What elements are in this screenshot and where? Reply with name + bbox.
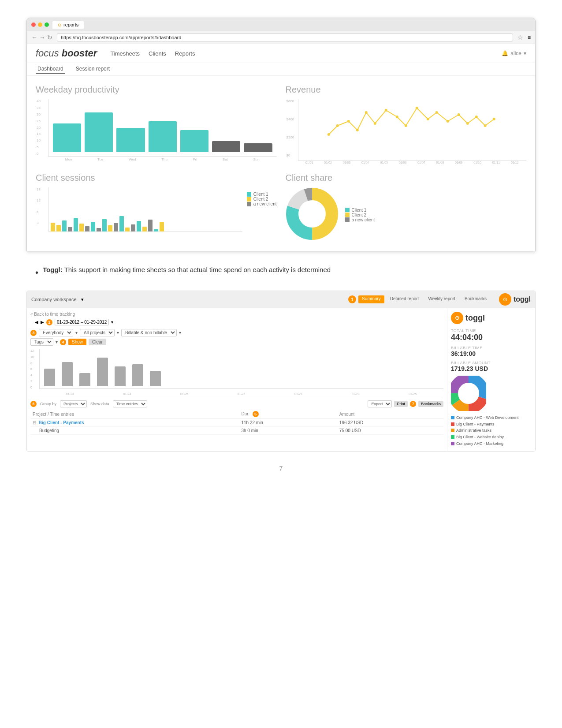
legend-color-client2 bbox=[247, 197, 251, 202]
close-button[interactable] bbox=[31, 22, 36, 27]
filter-tags[interactable]: Tags bbox=[30, 338, 53, 346]
legend-text-1: Company AHC - Web Development bbox=[456, 415, 518, 421]
legend-item-3: Administrative tasks bbox=[451, 428, 532, 433]
legend-item-5: Company AHC - Marketing bbox=[451, 441, 532, 447]
filter-billable[interactable]: Billable & non billable bbox=[121, 329, 177, 336]
refresh-button[interactable]: ↻ bbox=[47, 34, 52, 41]
show-button[interactable]: Show bbox=[68, 339, 86, 345]
toggl-tab-bookmarks[interactable]: Bookmarks bbox=[461, 295, 490, 303]
client-sessions-title: Client sessions bbox=[36, 173, 277, 183]
share-color-client2 bbox=[345, 213, 350, 217]
svg-point-10 bbox=[426, 118, 429, 120]
date-prev-btn[interactable]: ◀ bbox=[35, 320, 38, 325]
subnav-session-report[interactable]: Session report bbox=[74, 65, 112, 74]
col-project: Project / Time entries bbox=[30, 410, 239, 419]
toggl-workspace[interactable]: Company workspace bbox=[31, 297, 77, 302]
bookmark-icon[interactable]: ☆ bbox=[517, 34, 523, 41]
date-dropdown-icon[interactable]: ▾ bbox=[111, 320, 113, 325]
forward-button[interactable]: → bbox=[39, 34, 45, 41]
toggl-bar bbox=[62, 362, 73, 386]
legend-text-5: Company AHC - Marketing bbox=[456, 441, 503, 447]
nav-clients[interactable]: Clients bbox=[149, 50, 166, 57]
cs-bar bbox=[102, 219, 107, 231]
back-button[interactable]: ← bbox=[31, 34, 37, 41]
date-range-value[interactable]: 01-23-2012 – 01-29-2012 bbox=[55, 319, 109, 325]
revenue-x-labels: 01/0101/0201/0301/0401/0501/0601/0701/08… bbox=[298, 161, 527, 164]
bottom-controls-badge: 6 bbox=[30, 401, 37, 407]
toggl-brand-sidebar: ⊙ toggl bbox=[451, 312, 532, 324]
amount-cell: 196.32 USD bbox=[337, 419, 443, 427]
minimize-button[interactable] bbox=[38, 22, 42, 27]
x-axis-labels: Mon Tue Wed Thu Fri Sat Sun bbox=[48, 157, 277, 162]
toggl-tabs: 1 Summary Detailed report Weekly report … bbox=[348, 295, 490, 303]
toggl-tab-weekly[interactable]: Weekly report bbox=[424, 295, 459, 303]
export-select[interactable]: Export bbox=[368, 400, 392, 407]
toggl-bar bbox=[44, 369, 55, 386]
duration-cell: 11h 22 min bbox=[239, 419, 337, 427]
bar bbox=[53, 123, 81, 152]
revenue-chart: $600 $400 $200 $0 bbox=[286, 99, 527, 164]
toggl-tab-number[interactable]: 1 bbox=[348, 295, 356, 303]
cs-bar bbox=[148, 220, 153, 231]
expand-icon[interactable]: ⊟ bbox=[33, 420, 36, 425]
legend-sq-5 bbox=[451, 442, 454, 445]
legend-color-client1 bbox=[247, 192, 251, 197]
url-bar[interactable]: https://hq.focusboosterapp.com/app/repor… bbox=[57, 34, 513, 41]
toggl-tab-summary[interactable]: Summary bbox=[358, 295, 384, 303]
billable-amount-value: 1719.23 USD bbox=[451, 365, 532, 372]
bar-chart-area bbox=[48, 99, 277, 157]
bullet-dot: • bbox=[35, 265, 38, 280]
legend-sq-4 bbox=[451, 435, 454, 439]
app-logo: focus booster bbox=[36, 48, 97, 59]
toggl-bar-group bbox=[79, 373, 90, 386]
bar bbox=[212, 141, 240, 152]
bar-chart bbox=[48, 99, 277, 152]
cs-bar bbox=[85, 226, 89, 231]
client-share-content: Client 1 Client 2 a new client bbox=[286, 187, 527, 242]
cs-legend: Client 1 Client 2 a new client bbox=[247, 187, 277, 231]
toggl-brand-text: toggl bbox=[465, 314, 485, 323]
bar bbox=[244, 143, 272, 152]
filter-tags-separator: ▾ bbox=[56, 340, 58, 344]
browser-tab[interactable]: ⊙ reports bbox=[52, 21, 84, 29]
legend-label-client1: Client 1 bbox=[253, 192, 268, 197]
filter-everybody[interactable]: Everybody bbox=[39, 329, 73, 336]
filter-all-projects[interactable]: All projects bbox=[80, 329, 115, 336]
nav-timesheets[interactable]: Timesheets bbox=[110, 50, 140, 57]
toggl-bar-group bbox=[115, 366, 126, 386]
legend-label-new-client: a new client bbox=[253, 202, 277, 206]
group-by-select[interactable]: Projects bbox=[60, 400, 87, 407]
address-bar: ← → ↻ https://hq.focusboosterapp.com/app… bbox=[27, 31, 535, 44]
menu-icon[interactable]: ≡ bbox=[528, 34, 531, 41]
toggl-tab-detailed[interactable]: Detailed report bbox=[387, 295, 423, 303]
weekday-productivity-chart: 40 35 30 25 20 15 10 5 0 Mon bbox=[36, 99, 277, 162]
date-next-btn[interactable]: ▶ bbox=[41, 320, 44, 325]
cs-y-labels: 18 12 6 3 bbox=[37, 187, 41, 225]
toggl-x-labels: 01-23 01-24 01-25 01-26 01-27 01-28 01-2… bbox=[39, 392, 443, 396]
filter-badge: 3 bbox=[30, 330, 37, 336]
total-time-value: 44:04:00 bbox=[451, 333, 532, 342]
toggl-bottom-controls: 6 Group by Projects Show data Time entri… bbox=[30, 398, 443, 410]
svg-point-13 bbox=[457, 113, 460, 116]
toggl-topbar: Company workspace ▾ 1 Summary Detailed r… bbox=[27, 291, 535, 308]
toggl-bar bbox=[132, 364, 143, 386]
client-sessions-section: Client sessions 18 12 6 3 bbox=[36, 173, 277, 242]
project-name[interactable]: Big Client - Payments bbox=[39, 420, 84, 425]
toggl-main-panel: « Back to time tracking ◀ ▶ 2 01-23-2012… bbox=[27, 308, 447, 451]
show-hide-badge: 4 bbox=[60, 339, 66, 345]
bookmarks-button[interactable]: Bookmarks bbox=[418, 401, 443, 407]
toggl-chart-container: 12 10 8 6 4 2 0 01-23 01-24 01-25 01-26 … bbox=[30, 349, 443, 396]
svg-point-15 bbox=[475, 116, 477, 118]
time-entries-select[interactable]: Time entries bbox=[113, 400, 147, 407]
print-button[interactable]: Print bbox=[394, 401, 408, 407]
legend-sq-1 bbox=[451, 416, 454, 419]
client-sessions-chart: 18 12 6 3 bbox=[36, 187, 242, 231]
subnav-dashboard[interactable]: Dashboard bbox=[36, 65, 65, 74]
svg-point-8 bbox=[404, 124, 407, 127]
maximize-button[interactable] bbox=[45, 22, 49, 27]
clear-button[interactable]: Clear bbox=[89, 339, 106, 345]
back-link[interactable]: « Back to time tracking bbox=[30, 312, 443, 317]
nav-reports[interactable]: Reports bbox=[175, 50, 195, 57]
user-menu[interactable]: 🔔 alice ▾ bbox=[502, 50, 526, 56]
client-share-section: Client share bbox=[286, 173, 527, 242]
